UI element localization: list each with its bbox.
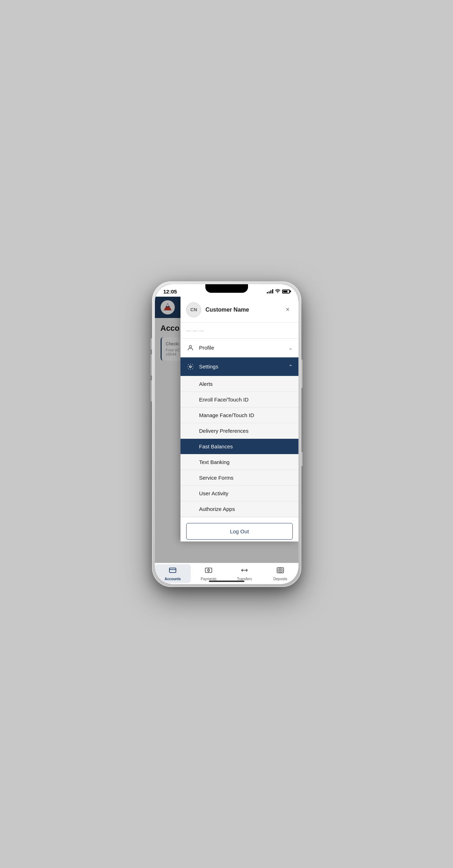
deposits-icon — [276, 566, 284, 576]
wifi-icon — [275, 289, 280, 294]
customer-name: Customer Name — [205, 307, 282, 313]
tab-deposits[interactable]: Deposits — [263, 564, 298, 583]
volume-down-button — [151, 354, 152, 376]
sub-menu-user-activity[interactable]: User Activity — [180, 486, 298, 501]
logout-button[interactable]: Log Out — [186, 523, 292, 540]
background-content: Acco Checki Free eC x9544 Con © 2021 — [155, 297, 298, 563]
signal-icon — [267, 289, 273, 293]
settings-icon — [186, 362, 195, 371]
accounts-tab-label: Accounts — [165, 577, 181, 581]
phone-screen-area: 12:05 — [155, 284, 298, 584]
settings-chevron-icon: ⌃ — [288, 364, 293, 370]
phone-notch — [205, 284, 248, 293]
home-indicator — [209, 581, 244, 582]
sub-menu-manage-face-touch[interactable]: Manage Face/Touch ID — [180, 408, 298, 423]
status-time: 12:05 — [163, 289, 177, 295]
side-drawer: CN Customer Name × — — — — [180, 297, 298, 541]
svg-point-8 — [207, 569, 210, 571]
drawer-header: CN Customer Name × — [180, 297, 298, 323]
phone-screen: 12:05 — [155, 284, 298, 584]
enroll-face-touch-label: Enroll Face/Touch ID — [199, 397, 248, 403]
sub-menu-text-banking[interactable]: Text Banking — [180, 454, 298, 470]
phone-frame: 12:05 — [152, 281, 301, 587]
close-drawer-button[interactable]: × — [283, 305, 293, 315]
menu-item-profile[interactable]: Profile ⌄ — [180, 339, 298, 357]
svg-point-12 — [279, 569, 281, 571]
profile-icon — [186, 344, 195, 352]
sub-menu-alerts[interactable]: Alerts — [180, 376, 298, 392]
avatar: CN — [186, 302, 201, 317]
menu-item-settings[interactable]: Settings ⌃ — [180, 357, 298, 376]
profile-chevron-icon: ⌄ — [288, 345, 293, 351]
svg-point-3 — [189, 345, 192, 348]
delivery-preferences-label: Delivery Preferences — [199, 428, 248, 434]
text-banking-label: Text Banking — [199, 459, 230, 465]
user-activity-label: User Activity — [199, 490, 228, 496]
svg-point-4 — [190, 366, 192, 367]
sub-menu-fast-balances[interactable]: Fast Balances — [180, 439, 298, 454]
fast-balances-label: Fast Balances — [199, 443, 233, 449]
profile-label: Profile — [199, 345, 288, 351]
volume-up-button — [151, 338, 152, 350]
logout-section: Log Out — [180, 517, 298, 541]
payments-icon — [205, 566, 212, 576]
status-icons — [267, 289, 290, 294]
service-forms-label: Service Forms — [199, 475, 233, 481]
battery-icon — [282, 290, 290, 293]
manage-face-touch-label: Manage Face/Touch ID — [199, 412, 254, 418]
sub-menu-service-forms[interactable]: Service Forms — [180, 470, 298, 486]
svg-point-14 — [278, 568, 283, 572]
tab-accounts[interactable]: Accounts — [155, 564, 191, 583]
drawer-partial-item: — — — — [180, 323, 298, 339]
right-button-2 — [301, 452, 303, 466]
sub-menu-enroll-face-touch[interactable]: Enroll Face/Touch ID — [180, 392, 298, 408]
sub-menu-authorize-apps[interactable]: Authorize Apps — [180, 501, 298, 517]
authorize-apps-label: Authorize Apps — [199, 506, 235, 512]
deposits-tab-label: Deposits — [274, 577, 287, 581]
svg-rect-7 — [205, 568, 212, 572]
svg-rect-5 — [169, 568, 176, 572]
transfers-icon — [241, 566, 248, 576]
silent-switch — [151, 380, 152, 401]
alerts-label: Alerts — [199, 381, 212, 387]
power-button — [301, 360, 303, 388]
sub-menu-delivery-preferences[interactable]: Delivery Preferences — [180, 423, 298, 439]
accounts-icon — [169, 566, 177, 576]
settings-label: Settings — [199, 363, 288, 370]
